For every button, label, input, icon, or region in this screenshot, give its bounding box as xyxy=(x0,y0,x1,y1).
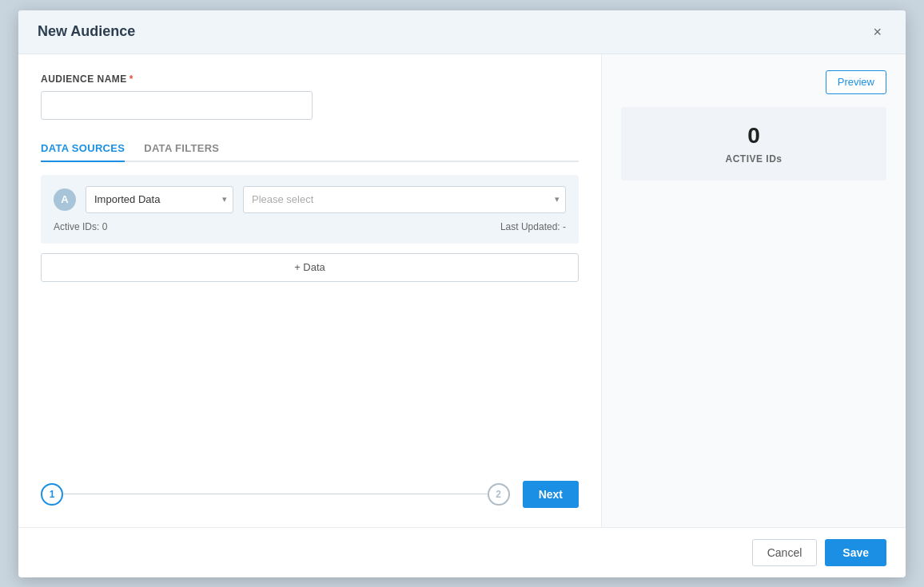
step-1-circle: 1 xyxy=(41,483,63,506)
audience-name-label: AUDIENCE NAME* xyxy=(41,73,579,85)
dropdowns-row: Imported Data CRM Data Pixel Data ▾ Plea… xyxy=(86,186,566,213)
cancel-button[interactable]: Cancel xyxy=(752,539,818,566)
primary-dropdown-wrapper: Imported Data CRM Data Pixel Data ▾ xyxy=(86,186,233,213)
modal-overlay: New Audience × AUDIENCE NAME* DATA SOURC… xyxy=(0,0,924,587)
data-source-header: A Imported Data CRM Data Pixel Data ▾ xyxy=(54,186,566,213)
modal-footer: Cancel Save xyxy=(18,527,906,577)
source-badge: A xyxy=(54,188,76,211)
secondary-dropdown-wrapper: Please select ▾ xyxy=(243,186,566,213)
data-source-footer: Active IDs: 0 Last Updated: - xyxy=(54,221,566,232)
step-line xyxy=(63,494,488,494)
step-2-circle: 2 xyxy=(488,483,510,506)
modal-body: AUDIENCE NAME* DATA SOURCES DATA FILTERS… xyxy=(18,54,906,527)
modal-dialog: New Audience × AUDIENCE NAME* DATA SOURC… xyxy=(18,10,906,577)
last-updated-text: Last Updated: - xyxy=(500,221,566,232)
next-button[interactable]: Next xyxy=(523,481,579,508)
progress-row: 1 2 Next xyxy=(41,481,579,508)
preview-button[interactable]: Preview xyxy=(826,70,886,94)
add-data-button[interactable]: + Data xyxy=(41,253,579,282)
active-ids-count: 0 xyxy=(747,123,760,149)
primary-dropdown[interactable]: Imported Data CRM Data Pixel Data xyxy=(86,186,233,213)
audience-name-input[interactable] xyxy=(41,91,313,120)
secondary-dropdown[interactable]: Please select xyxy=(243,186,566,213)
tab-data-filters[interactable]: DATA FILTERS xyxy=(144,136,219,162)
modal-header: New Audience × xyxy=(18,10,906,54)
tab-data-sources[interactable]: DATA SOURCES xyxy=(41,136,125,162)
active-ids-label: ACTIVE IDs xyxy=(725,153,782,165)
audience-name-section: AUDIENCE NAME* xyxy=(41,73,579,136)
step-row: 1 2 xyxy=(41,483,510,506)
modal-title: New Audience xyxy=(38,23,135,40)
tabs-container: DATA SOURCES DATA FILTERS xyxy=(41,136,579,162)
right-panel: Preview 0 ACTIVE IDs xyxy=(602,54,906,527)
data-source-row: A Imported Data CRM Data Pixel Data ▾ xyxy=(41,175,579,244)
required-star: * xyxy=(129,73,133,85)
main-content: AUDIENCE NAME* DATA SOURCES DATA FILTERS… xyxy=(18,54,602,527)
active-ids-text: Active IDs: 0 xyxy=(54,221,107,232)
save-button[interactable]: Save xyxy=(825,539,886,566)
close-button[interactable]: × xyxy=(868,23,886,41)
active-ids-card: 0 ACTIVE IDs xyxy=(621,107,886,180)
